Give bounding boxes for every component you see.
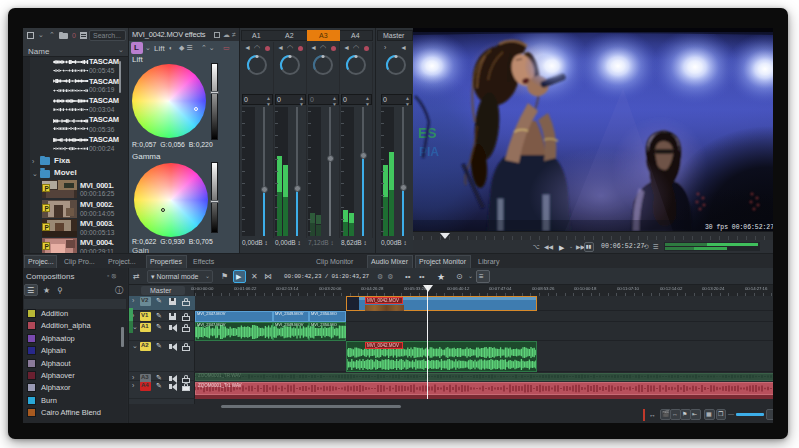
svg-text:30 fps 00:06:52:27: 30 fps 00:06:52:27: [705, 224, 773, 231]
